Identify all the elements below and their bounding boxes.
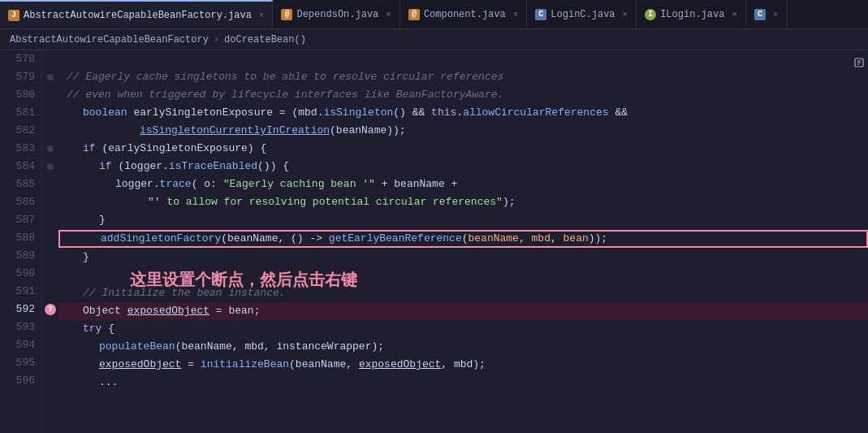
tab-label: LoginC.java [551, 9, 615, 20]
var-exposedobject3: exposedObject [359, 358, 441, 370]
breadcrumb-separator: › [214, 34, 219, 45]
gutter-595 [42, 354, 58, 372]
kw-try: try [83, 323, 101, 335]
tab-bar: J AbstractAutowireCapableBeanFactory.jav… [0, 0, 868, 29]
line-num-584: 584 [0, 158, 41, 175]
tab-close-icon[interactable]: × [732, 10, 737, 19]
i-icon: I [645, 9, 656, 20]
fn-issingleton: isSingleton [323, 106, 393, 119]
line-num-586: 586 [0, 193, 41, 211]
code-line-589: } [58, 249, 868, 266]
var-paren: () && [393, 106, 431, 119]
allow-circular: allowCircularReferences [463, 106, 608, 119]
gutter-591 [42, 283, 58, 301]
tab-depends-on[interactable]: @ DependsOn.java × [273, 0, 399, 29]
code-line-595: exposedObject = initializeBean(beanName,… [58, 356, 868, 374]
param-bean: bean [564, 232, 589, 245]
code-line-596: ... [58, 374, 868, 392]
var-588-params: ( [462, 232, 469, 245]
str-circular: "' to allow for resolving potential circ… [148, 196, 503, 208]
tab-abstract-bean-factory[interactable]: J AbstractAutowireCapableBeanFactory.jav… [0, 0, 273, 29]
code-line-581: boolean earlySingletonExposure = (mbd.is… [58, 104, 868, 122]
line-num-583: 583 [0, 140, 41, 158]
var-comma1: , [519, 232, 532, 245]
var-595-end: , mbd); [441, 358, 486, 370]
tab-close-icon[interactable]: × [513, 10, 519, 19]
tab-component[interactable]: @ Component.java × [400, 0, 527, 29]
code-line-578 [58, 50, 868, 68]
gutter-581 [42, 104, 58, 122]
fn-populatebean: populateBean [99, 340, 175, 353]
code-line-584: if (logger.isTraceEnabled()) { [58, 158, 868, 175]
line-num-580: 580 [0, 86, 41, 104]
fn-istrace: isTraceEnabled [169, 160, 257, 172]
code-line-588: addSingletonFactory(beanName, () -> getE… [58, 230, 868, 248]
svg-point-1 [47, 145, 54, 152]
gutter-584 [42, 158, 58, 175]
var-594-params: (beanName, mbd, instanceWrapper); [175, 340, 384, 353]
var-try-open: { [108, 323, 114, 335]
gutter-580 [42, 86, 58, 104]
code-line-587: } [58, 211, 868, 229]
tab-c[interactable]: C × [746, 0, 788, 29]
var-brace-587: } [99, 214, 106, 226]
kw-if2: if [99, 160, 112, 172]
gutter-587 [42, 211, 58, 229]
param-mbd: mbd [532, 232, 551, 245]
line-num-594: 594 [0, 336, 41, 354]
tab-label: ILogin.java [660, 9, 724, 20]
fn-addsingletonfactory: addSingletonFactory [101, 232, 221, 245]
var-595-params: (beanName, [289, 358, 359, 370]
var-trace-open: ( o: [192, 178, 223, 190]
comment-580: // even when triggered by lifecycle inte… [67, 86, 503, 104]
c-icon: C [535, 9, 546, 20]
line-num-590: 590 [0, 265, 41, 283]
param-beanname: beanName [469, 232, 519, 245]
svg-point-0 [47, 74, 54, 80]
var-588-body: (beanName, () -> [221, 232, 329, 245]
line-numbers: 578 579 580 581 582 583 584 585 586 587 … [0, 50, 42, 433]
var-exposure: earlySingletonExposure = (mbd. [133, 106, 323, 119]
tab-close-icon[interactable]: × [773, 10, 779, 19]
breadcrumb-class: AbstractAutowireCapableBeanFactory [10, 34, 209, 45]
code-line-592: Object exposedObject = bean; [58, 302, 868, 320]
line-num-595: 595 [0, 354, 41, 372]
fn-getearlybeanref: getEarlyBeanReference [329, 232, 462, 245]
code-content: // Eagerly cache singletons to be able t… [58, 50, 868, 433]
tab-close-icon[interactable]: × [386, 10, 391, 19]
and-op: && [609, 106, 628, 119]
line-num-579: 579 [0, 68, 41, 86]
c-icon: C [754, 9, 766, 20]
var-exposedobject: exposedObject [127, 305, 209, 317]
gutter-583 [42, 140, 58, 158]
fn-trace: trace [160, 178, 192, 190]
dot-allow: . [456, 106, 463, 119]
line-num-596: 596 [0, 372, 41, 390]
comment-579: // Eagerly cache singletons to be able t… [67, 68, 503, 86]
line-num-592: 592 [0, 301, 41, 318]
tab-close-icon[interactable]: × [623, 10, 628, 19]
gutter-592[interactable]: ? [42, 301, 58, 318]
var-concat: + beanName + [375, 178, 457, 190]
tab-close-icon[interactable]: × [259, 11, 265, 20]
tab-label: Component.java [424, 9, 506, 20]
tab-loginc[interactable]: C LoginC.java × [527, 0, 637, 29]
type-object: Object [83, 305, 121, 317]
code-line-585: logger.trace( o: "Eagerly caching bean '… [58, 175, 868, 193]
var-assign2: = [188, 358, 201, 370]
var-if-body: (earlySingletonExposure) { [101, 142, 266, 154]
line-num-582: 582 [0, 122, 41, 140]
breakpoint-icon[interactable]: ? [45, 304, 56, 315]
gutter-596 [42, 372, 58, 390]
code-line-579: // Eagerly cache singletons to be able t… [58, 68, 868, 86]
gutter-586 [42, 193, 58, 211]
scroll-indicator [853, 57, 865, 68]
code-line-580: // even when triggered by lifecycle inte… [58, 86, 868, 104]
var-beanname: (beanName)); [330, 124, 406, 136]
gutter-594 [42, 336, 58, 354]
gutter-589 [42, 247, 58, 265]
tab-ilogin[interactable]: I ILogin.java × [637, 0, 746, 29]
tab-label: DependsOn.java [296, 9, 378, 20]
gutter-590 [42, 265, 58, 283]
var-comma2: , [551, 232, 564, 245]
